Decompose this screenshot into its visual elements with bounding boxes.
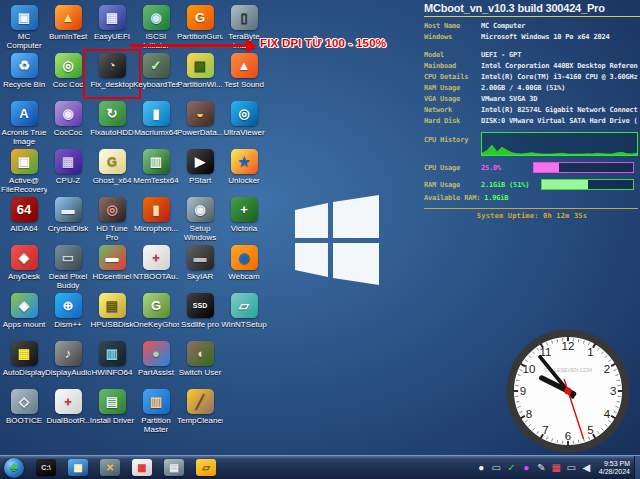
desktop-icon-macriumx64[interactable]: ▮Macriumx64 — [134, 100, 178, 148]
setup-windows-os-glyph: ◉ — [194, 203, 205, 216]
file-explorer-button[interactable]: ▱ — [196, 459, 216, 476]
desktop-icon-ghost-x64[interactable]: GGhost_x64 — [90, 148, 134, 196]
desktop-icon-fix-desktop[interactable]: ◔Fix_desktop — [90, 52, 134, 100]
burnintest-glyph: ▲ — [62, 11, 75, 24]
desktop-icon-hd-tune-pro[interactable]: ◎HD Tune Pro — [90, 196, 134, 244]
tray-display-icon[interactable]: ▭ — [491, 462, 502, 473]
tray-brush-icon[interactable]: ✎ — [536, 462, 547, 473]
tray-monitor-icon[interactable]: ▭ — [566, 462, 577, 473]
pe-apps-button[interactable]: ▦ — [132, 459, 152, 476]
desktop-icon-recycle-bin[interactable]: ♻Recycle Bin — [2, 52, 46, 100]
desktop-icon-partition-master[interactable]: ▥Partition Master — [134, 388, 178, 436]
desktop-icon-label: Acronis True Image — [1, 128, 47, 146]
desktop-icon-unlocker[interactable]: ★Unlocker — [222, 148, 266, 196]
desktop-icon-partitionwizard[interactable]: ▧PartitionWi... — [178, 52, 222, 100]
tray-volume-icon[interactable]: ◀ — [581, 462, 592, 473]
display-settings-button[interactable]: ▦ — [68, 459, 88, 476]
desktop-icon-active-filerecovery[interactable]: ▣Active@ FileRecovery — [2, 148, 46, 196]
show-desktop-button[interactable] — [634, 456, 640, 479]
crystaldisk-glyph: ▬ — [62, 203, 75, 216]
hpusbdisk-glyph: ▤ — [106, 299, 118, 312]
desktop-icon-crystaldisk[interactable]: ▬CrystalDisk — [46, 196, 90, 244]
sysinfo-value: VMware SVGA 3D — [481, 94, 640, 105]
desktop-icon-easyuefi[interactable]: ▦EasyUEFI — [90, 4, 134, 52]
pstart-glyph: ▶ — [195, 155, 205, 168]
desktop-icon-label: CocCoc — [45, 128, 91, 137]
available-ram-value: 1.9GiB — [484, 194, 508, 202]
clock-gadget[interactable]: 123456789101112 STYLESEVEN.COM — [505, 328, 631, 454]
desktop-icon-label: Test Sound — [221, 80, 267, 89]
start-button[interactable]: ♣ — [4, 458, 24, 478]
hdsentinel-icon: ▬ — [99, 245, 126, 270]
desktop-icon-partassist[interactable]: ●PartAssist — [134, 340, 178, 388]
desktop-icon-ntbootautofix[interactable]: +NTBOOTAu... — [134, 244, 178, 292]
desktop-icon-cpu-z[interactable]: ▦CPU-Z — [46, 148, 90, 196]
desktop-icon-acronis-true-image[interactable]: AAcronis True Image — [2, 100, 46, 148]
desktop-icon-pstart[interactable]: ▶PStart — [178, 148, 222, 196]
tray-check-icon[interactable]: ✓ — [506, 462, 517, 473]
desktop-icon-coc-coc[interactable]: ◎Coc Coc — [46, 52, 90, 100]
ram-usage-label: RAM Usage — [424, 180, 481, 190]
desktop-icon-tempcleaner[interactable]: ╱TempCleaner — [178, 388, 222, 436]
test-sound-icon: ▲ — [231, 53, 258, 78]
desktop-icon-ultraviewer[interactable]: ◎UltraViewer — [222, 100, 266, 148]
desktop-icon-skyiar[interactable]: ▬SkyIAR — [178, 244, 222, 292]
desktop-icon-bootice[interactable]: ◇BOOTICE — [2, 388, 46, 436]
apps-mount-glyph: ◈ — [19, 299, 29, 312]
recycle-bin-glyph: ♻ — [18, 59, 30, 72]
desktop-icon-memtestx64[interactable]: ▥MemTestx64 — [134, 148, 178, 196]
desktop-icon-powerdata[interactable]: ◒PowerData... — [178, 100, 222, 148]
desktop-icon-setup-windows-os[interactable]: ◉Setup Windows OS — [178, 196, 222, 244]
desktop-icon-label: AIDA64 — [1, 224, 47, 233]
dualbootrepair-glyph: + — [64, 395, 72, 408]
desktop-icon-hdsentinel[interactable]: ▬HDsentinel — [90, 244, 134, 292]
tray-palette-icon[interactable]: ▦ — [551, 462, 562, 473]
active-filerecovery-glyph: ▣ — [18, 155, 30, 168]
desktop-icon-ssdlife-pro[interactable]: SSDSsdlife pro — [178, 292, 222, 340]
keyboard-button[interactable]: ▤ — [164, 459, 184, 476]
desktop-icon-microphone[interactable]: ▮Microphon... — [134, 196, 178, 244]
desktop-icon-test-sound[interactable]: ▲Test Sound — [222, 52, 266, 100]
desktop-icon-anydesk[interactable]: ◆AnyDesk — [2, 244, 46, 292]
desktop-icon-dead-pixel-buddy[interactable]: ▭Dead Pixel Buddy — [46, 244, 90, 292]
desktop-icon-keyboardtest[interactable]: ✓KeyboardTest — [134, 52, 178, 100]
desktop-icon-coccoc-disc[interactable]: ◉CocCoc — [46, 100, 90, 148]
desktop-icon-apps-mount[interactable]: ◈Apps mount — [2, 292, 46, 340]
desktop-icon-switch-user[interactable]: ◖Switch User — [178, 340, 222, 388]
desktop-icon-install-driver[interactable]: ▤Install Driver — [90, 388, 134, 436]
desktop-icon-label: EasyUEFI — [89, 32, 135, 41]
desktop-icon-label: PartAssist — [133, 368, 179, 377]
desktop-icon-fixautohdd[interactable]: ↻FixautoHDD — [90, 100, 134, 148]
tray-app-icon[interactable]: ● — [521, 462, 532, 473]
desktop-icon-webcam[interactable]: ◉Webcam — [222, 244, 266, 292]
desktop-icon-displayaudio[interactable]: ♪DisplayAudio — [46, 340, 90, 388]
annotation-arrow-head — [246, 39, 257, 53]
taskbar-clock[interactable]: 9:53 PM 4/28/2024 — [596, 460, 634, 476]
cmd-button[interactable]: C:\ — [36, 459, 56, 476]
sysinfo-label: CPU Details — [424, 72, 481, 83]
coccoc-disc-icon: ◉ — [55, 101, 82, 126]
ram-usage-row: RAM Usage 2.1GiB (51%) — [424, 179, 640, 190]
desktop-icon-victoria[interactable]: +Victoria — [222, 196, 266, 244]
desktop-icon-onekeyghost[interactable]: GOneKeyGhost — [134, 292, 178, 340]
tray-clock-icon[interactable]: ● — [476, 462, 487, 473]
desktop-icon-hwinfo64[interactable]: ▥HWiNFO64 — [90, 340, 134, 388]
desktop-icon-autodisplay[interactable]: ▦AutoDisplay — [2, 340, 46, 388]
desktop-icon-aida64[interactable]: 64AIDA64 — [2, 196, 46, 244]
tools-button[interactable]: ✕ — [100, 459, 120, 476]
desktop-icon-hpusbdisk[interactable]: ▤HPUSBDisk — [90, 292, 134, 340]
sysinfo-divider — [424, 208, 638, 209]
cpu-usage-value: 25.0% — [481, 163, 533, 173]
displayaudio-glyph: ♪ — [65, 347, 72, 360]
desktop-icon-dism-plus[interactable]: ⊕Dism++ — [46, 292, 90, 340]
desktop-icon-mc-computer[interactable]: ▣MC Computer — [2, 4, 46, 52]
desktop-icon-dualbootrepair[interactable]: +DualBootR.. — [46, 388, 90, 436]
pe-apps-icon: ▦ — [137, 463, 146, 473]
hpusbdisk-icon: ▤ — [99, 293, 126, 318]
sysinfo-title: MCboot_vn_v10.3 build 300424_Pro — [424, 2, 640, 17]
desktop-icon-burnintest[interactable]: ▲BurnInTest — [46, 4, 90, 52]
desktop-icon-winntsetup[interactable]: ▱WinNTSetup — [222, 292, 266, 340]
desktop-icon-label: Webcam — [221, 272, 267, 281]
ram-usage-value: 2.1GiB (51%) — [481, 180, 533, 190]
desktop-icon-label: Partition Master — [133, 416, 179, 434]
